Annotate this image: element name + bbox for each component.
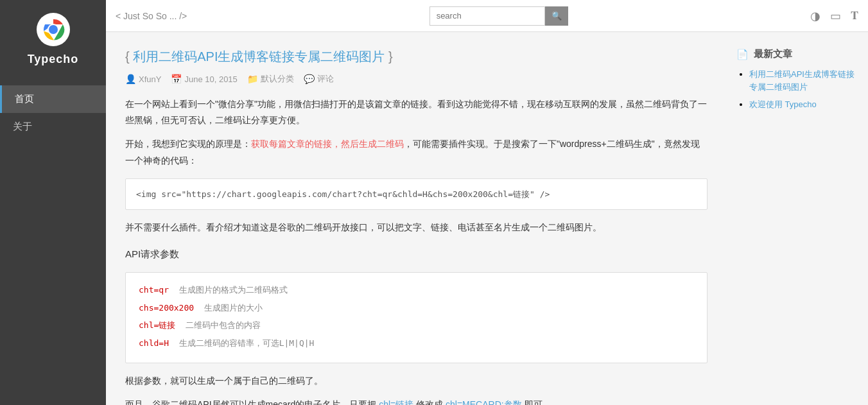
- article-meta: 👤 XfunY 📅 June 10, 2015 📁 默认分类 💬 评论: [125, 73, 707, 85]
- main: < Just So So ... /> 🔍 ◑ ▭ 𝐓 { 利用二维码API生成…: [106, 0, 868, 405]
- widget-title: 📄 最新文章: [736, 48, 858, 60]
- sidebar-item-home[interactable]: 首页: [0, 85, 106, 113]
- font-icon[interactable]: 𝐓: [851, 9, 858, 22]
- code-line-3: chl=链接 二维码中包含的内容: [139, 318, 694, 332]
- meta-comments: 💬 评论: [304, 73, 334, 85]
- chrome-icon: [37, 13, 70, 46]
- breadcrumb: < Just So So ... />: [116, 11, 187, 21]
- article-area: { 利用二维码API生成博客链接专属二维码图片 } 👤 XfunY 📅 June…: [106, 32, 727, 405]
- right-sidebar: 📄 最新文章 利用二维码API生成博客链接专属二维码图片 欢迎使用 Typech…: [727, 32, 868, 405]
- content-wrapper: { 利用二维码API生成博客链接专属二维码图片 } 👤 XfunY 📅 June…: [106, 32, 868, 405]
- search-button[interactable]: 🔍: [545, 6, 568, 26]
- folder-icon: 📁: [247, 74, 258, 84]
- svg-point-2: [49, 25, 58, 34]
- meta-author: 👤 XfunY: [125, 74, 161, 84]
- logo-area: Typecho: [28, 13, 79, 66]
- title-brace-close: }: [388, 49, 393, 64]
- code-block-1: <img src="https://chart.googleapis.com/c…: [125, 178, 707, 210]
- meta-category: 📁 默认分类: [247, 73, 294, 85]
- body-p4: 根据参数，就可以生成一个属于自己的二维码了。: [125, 373, 707, 389]
- comment-icon: 💬: [304, 74, 315, 84]
- meta-date: 📅 June 10, 2015: [171, 74, 237, 84]
- body-p2: 开始，我想到它实现的原理是：获取每篇文章的链接，然后生成二维码，可能需要插件实现…: [125, 136, 707, 168]
- article-title: { 利用二维码API生成博客链接专属二维码图片 }: [125, 48, 707, 65]
- widget-list: 利用二维码API生成博客链接专属二维码图片 欢迎使用 Typecho: [736, 68, 858, 111]
- body-p3: 并不需要什么插件。看介绍才知道这是谷歌的二维码开放接口，可以把文字、链接、电话甚…: [125, 220, 707, 236]
- list-item: 欢迎使用 Typecho: [749, 98, 858, 111]
- nav-items: 首页 关于: [0, 85, 106, 141]
- body-p5: 而且，谷歌二维码API居然可以生成mecard的电子名片，只要把 chl=链接 …: [125, 397, 707, 405]
- code-line-4: chld=H 生成二维码的容错率，可选L|M|Q|H: [139, 336, 694, 350]
- author-icon: 👤: [125, 74, 136, 84]
- code-block-2: cht=qr 生成图片的格式为二维码格式 chs=200x200 生成图片的大小…: [125, 272, 707, 363]
- code-line-2: chs=200x200 生成图片的大小: [139, 300, 694, 315]
- topbar: < Just So So ... /> 🔍 ◑ ▭ 𝐓: [106, 0, 868, 32]
- body-p1: 在一个网站上看到一个"微信分享"功能，用微信扫描打开的是该篇文章的链接。看到这功…: [125, 96, 707, 128]
- recent-post-link-2[interactable]: 欢迎使用 Typecho: [749, 99, 817, 109]
- search-area: 🔍: [430, 6, 568, 26]
- section-title: API请求参数: [125, 245, 707, 263]
- code-line-1: cht=qr 生成图片的格式为二维码格式: [139, 282, 694, 297]
- list-item: 利用二维码API生成博客链接专属二维码图片: [749, 68, 858, 93]
- sidebar: Typecho 首页 关于: [0, 0, 106, 405]
- calendar-icon: 📅: [171, 74, 182, 84]
- layout-icon[interactable]: ▭: [830, 9, 841, 23]
- recent-post-link-1[interactable]: 利用二维码API生成博客链接专属二维码图片: [749, 69, 855, 92]
- article-body: 在一个网站上看到一个"微信分享"功能，用微信扫描打开的是该篇文章的链接。看到这功…: [125, 96, 707, 405]
- widget-icon: 📄: [736, 49, 749, 60]
- site-title: Typecho: [28, 53, 79, 66]
- title-brace-open: {: [125, 49, 130, 64]
- sidebar-item-about[interactable]: 关于: [0, 113, 106, 141]
- contrast-icon[interactable]: ◑: [810, 9, 820, 23]
- search-input[interactable]: [430, 6, 545, 26]
- topbar-icons: ◑ ▭ 𝐓: [810, 9, 858, 23]
- article-title-link[interactable]: 利用二维码API生成博客链接专属二维码图片: [133, 49, 385, 64]
